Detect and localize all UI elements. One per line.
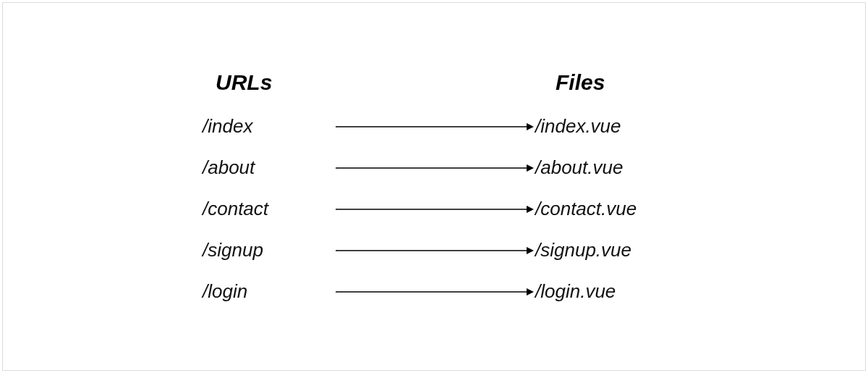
url-cell: /contact: [203, 198, 333, 220]
svg-marker-5: [527, 206, 534, 213]
svg-marker-7: [527, 247, 534, 254]
mapping-row: /contact/contact.vue: [203, 198, 665, 220]
arrow-icon: [333, 163, 535, 173]
url-cell: /about: [203, 156, 333, 179]
file-cell: /contact.vue: [535, 198, 665, 220]
url-cell: /login: [203, 280, 333, 303]
diagram-frame: URLs Files /index/index.vue/about/about.…: [2, 2, 866, 371]
svg-marker-1: [527, 123, 534, 130]
file-cell: /login.vue: [535, 280, 665, 303]
mapping-row: /login/login.vue: [203, 280, 665, 303]
header-urls: URLs: [203, 70, 333, 95]
file-cell: /signup.vue: [535, 239, 665, 261]
mapping-row: /about/about.vue: [203, 156, 665, 179]
arrow-icon: [333, 122, 535, 132]
svg-marker-9: [527, 288, 534, 296]
svg-marker-3: [527, 164, 534, 172]
url-cell: /index: [203, 115, 333, 138]
url-file-mapping-diagram: URLs Files /index/index.vue/about/about.…: [203, 70, 665, 303]
arrow-icon: [333, 287, 535, 297]
column-headers: URLs Files: [203, 70, 665, 95]
arrow-icon: [333, 204, 535, 214]
arrow-icon: [333, 246, 535, 256]
mapping-row: /index/index.vue: [203, 115, 665, 138]
mapping-row: /signup/signup.vue: [203, 239, 665, 261]
header-files: Files: [535, 70, 665, 95]
mapping-rows: /index/index.vue/about/about.vue/contact…: [203, 115, 665, 303]
file-cell: /index.vue: [535, 115, 665, 138]
url-cell: /signup: [203, 239, 333, 261]
file-cell: /about.vue: [535, 156, 665, 179]
